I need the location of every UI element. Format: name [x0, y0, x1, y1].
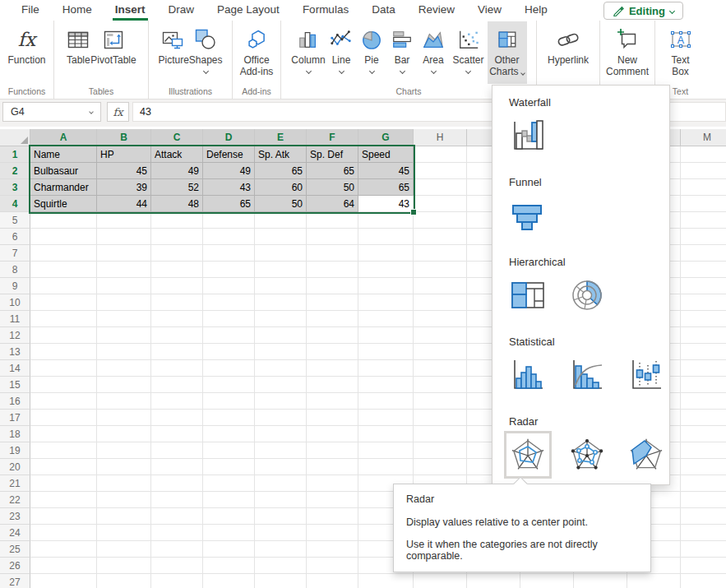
cell-E27[interactable]	[255, 574, 307, 588]
tab-insert[interactable]: Insert	[104, 0, 157, 21]
cell-F19[interactable]	[307, 442, 358, 459]
cell-E18[interactable]	[255, 426, 307, 442]
cell-E2[interactable]: 65	[255, 163, 307, 179]
cell-I27[interactable]	[467, 574, 520, 588]
cell-B27[interactable]	[97, 574, 151, 588]
row-header-24[interactable]: 24	[0, 525, 30, 541]
cell-D3[interactable]: 43	[203, 179, 255, 196]
cell-A7[interactable]	[30, 245, 97, 262]
cell-B4[interactable]: 44	[97, 196, 151, 212]
row-header-1[interactable]: 1	[0, 146, 30, 163]
cell-C25[interactable]	[151, 541, 203, 558]
cell-B20[interactable]	[97, 459, 151, 475]
cell-M11[interactable]	[681, 311, 726, 327]
cell-A25[interactable]	[30, 541, 97, 558]
cell-M18[interactable]	[681, 426, 726, 442]
cell-K27[interactable]	[574, 574, 627, 588]
cell-D9[interactable]	[203, 278, 255, 294]
menu-item-sunburst-icon[interactable]	[568, 276, 606, 314]
cell-M20[interactable]	[681, 459, 726, 475]
cell-A20[interactable]	[30, 459, 97, 475]
cell-H13[interactable]	[414, 344, 467, 360]
cell-G14[interactable]	[358, 360, 414, 377]
cell-D8[interactable]	[203, 262, 255, 278]
menu-item-pareto-icon[interactable]	[568, 356, 606, 394]
cell-E9[interactable]	[255, 278, 307, 294]
cell-B3[interactable]: 39	[97, 179, 151, 196]
cell-M24[interactable]	[681, 525, 726, 541]
cell-C20[interactable]	[151, 459, 203, 475]
cell-G3[interactable]: 65	[358, 179, 414, 196]
cell-C18[interactable]	[151, 426, 203, 442]
cell-F14[interactable]	[307, 360, 358, 377]
cell-M13[interactable]	[681, 344, 726, 360]
cell-C8[interactable]	[151, 262, 203, 278]
cell-A14[interactable]	[30, 360, 97, 377]
cell-D5[interactable]	[203, 212, 255, 229]
cell-G9[interactable]	[358, 278, 414, 294]
cell-M21[interactable]	[681, 475, 726, 492]
cell-A9[interactable]	[30, 278, 97, 294]
cell-C4[interactable]: 48	[151, 196, 203, 212]
cell-G13[interactable]	[358, 344, 414, 360]
cell-E12[interactable]	[255, 327, 307, 344]
cell-M14[interactable]	[681, 360, 726, 377]
cell-E15[interactable]	[255, 377, 307, 393]
row-header-14[interactable]: 14	[0, 360, 30, 377]
column-header-D[interactable]: D	[203, 129, 255, 146]
cell-M10[interactable]	[681, 294, 726, 311]
insert-function-button[interactable]: fx	[107, 102, 129, 122]
cell-F11[interactable]	[307, 311, 358, 327]
scatter-chart-button[interactable]: Scatter	[450, 21, 488, 84]
cell-B16[interactable]	[97, 393, 151, 410]
cell-G7[interactable]	[358, 245, 414, 262]
fill-handle[interactable]	[410, 209, 417, 215]
row-header-9[interactable]: 9	[0, 278, 30, 294]
cell-B10[interactable]	[97, 294, 151, 311]
cell-M27[interactable]	[681, 574, 726, 588]
cell-G20[interactable]	[358, 459, 414, 475]
cell-B23[interactable]	[97, 508, 151, 525]
cell-C12[interactable]	[151, 327, 203, 344]
cell-D2[interactable]: 49	[203, 163, 255, 179]
cell-F23[interactable]	[307, 508, 358, 525]
cell-G4[interactable]: 43	[358, 196, 414, 212]
cell-B15[interactable]	[97, 377, 151, 393]
cell-B8[interactable]	[97, 262, 151, 278]
cell-A27[interactable]	[30, 574, 97, 588]
row-header-18[interactable]: 18	[0, 426, 30, 442]
cell-H17[interactable]	[414, 410, 467, 426]
cell-A21[interactable]	[30, 475, 97, 492]
row-header-20[interactable]: 20	[0, 459, 30, 475]
tab-home[interactable]: Home	[51, 0, 104, 21]
cell-M9[interactable]	[681, 278, 726, 294]
cell-A24[interactable]	[30, 525, 97, 541]
cell-B6[interactable]	[97, 229, 151, 245]
cell-G18[interactable]	[358, 426, 414, 442]
tab-formulas[interactable]: Formulas	[291, 0, 360, 21]
cell-F17[interactable]	[307, 410, 358, 426]
cell-M17[interactable]	[681, 410, 726, 426]
cell-M8[interactable]	[681, 262, 726, 278]
cell-D23[interactable]	[203, 508, 255, 525]
cell-D7[interactable]	[203, 245, 255, 262]
row-header-22[interactable]: 22	[0, 492, 30, 508]
cell-G17[interactable]	[358, 410, 414, 426]
cell-A10[interactable]	[30, 294, 97, 311]
row-header-8[interactable]: 8	[0, 262, 30, 278]
cell-A26[interactable]	[30, 558, 97, 574]
cell-F4[interactable]: 64	[307, 196, 358, 212]
cell-E5[interactable]	[255, 212, 307, 229]
cell-B22[interactable]	[97, 492, 151, 508]
cell-C21[interactable]	[151, 475, 203, 492]
cell-A8[interactable]	[30, 262, 97, 278]
cell-A16[interactable]	[30, 393, 97, 410]
cell-D14[interactable]	[203, 360, 255, 377]
cell-C3[interactable]: 52	[151, 179, 203, 196]
text-box-button[interactable]: A Text Box	[663, 21, 699, 84]
cell-F6[interactable]	[307, 229, 358, 245]
cell-A19[interactable]	[30, 442, 97, 459]
column-header-G[interactable]: G	[358, 129, 414, 146]
row-header-4[interactable]: 4	[0, 196, 30, 212]
cell-D4[interactable]: 65	[203, 196, 255, 212]
